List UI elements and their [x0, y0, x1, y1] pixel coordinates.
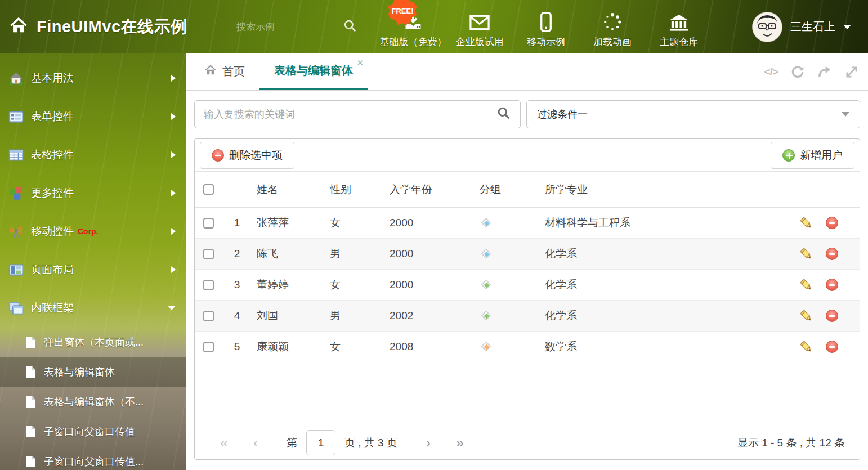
tab-grid-edit-window[interactable]: 表格与编辑窗体 ✕ — [259, 53, 368, 90]
edit-pencil-icon[interactable] — [799, 247, 813, 261]
delete-minus-icon[interactable] — [825, 308, 839, 323]
nav-theme-store[interactable]: 主题仓库 — [646, 5, 712, 48]
major-link[interactable]: 化学系 — [545, 279, 577, 290]
edit-pencil-icon[interactable] — [799, 308, 813, 323]
major-link[interactable]: 化学系 — [545, 248, 577, 259]
delete-minus-icon[interactable] — [825, 277, 839, 292]
keyword-search-input[interactable]: 输入要搜索的关键词 — [194, 100, 521, 128]
chevron-right-icon — [171, 190, 176, 196]
tag-icon — [480, 278, 493, 292]
sidebar-subitem-popup-window[interactable]: 弹出窗体（本页面或... — [0, 327, 186, 357]
search-icon[interactable] — [496, 106, 511, 123]
sidebar: 基本用法 表单控件 表格控件 更多控件 — [0, 53, 186, 470]
share-icon[interactable] — [817, 65, 832, 79]
tag-icon — [480, 247, 493, 261]
chevron-right-icon — [171, 113, 176, 120]
search-icon[interactable] — [343, 19, 357, 35]
grid-empty-area — [195, 362, 860, 426]
pagination-bar: « ‹ 第 页 , 共 3 页 › » 显示 1 - 5 条 , 共 12 条 — [195, 426, 860, 459]
chevron-right-icon — [171, 75, 176, 82]
add-user-button[interactable]: 新增用户 — [771, 142, 854, 169]
nav-mobile-demo[interactable]: 移动示例 — [513, 5, 579, 48]
nav-loading-animation[interactable]: 加载动画 — [579, 5, 646, 48]
page-number-input[interactable] — [306, 430, 335, 455]
sidebar-subitem-grid-edit-window[interactable]: 表格与编辑窗体 — [0, 357, 186, 387]
cell-name: 康颖颖 — [250, 339, 323, 354]
cell-gender: 男 — [323, 308, 383, 323]
sidebar-item-page-layout[interactable]: 页面布局 — [0, 250, 186, 289]
cell-gender: 女 — [323, 339, 383, 354]
edit-pencil-icon[interactable] — [799, 216, 813, 230]
sidebar-item-more-controls[interactable]: 更多控件 — [0, 174, 186, 212]
page: FineUIMvc在线示例 搜索示例 FREE! 基础版（免费） — [0, 0, 868, 470]
header-search-placeholder: 搜索示例 — [236, 20, 343, 33]
row-checkbox[interactable] — [203, 311, 214, 321]
major-link[interactable]: 数学系 — [545, 341, 577, 352]
major-link[interactable]: 材料科学与工程系 — [545, 217, 630, 229]
chevron-right-icon — [171, 228, 176, 235]
last-page-icon[interactable]: » — [444, 435, 476, 451]
cell-gender: 女 — [323, 216, 383, 230]
nav-enterprise-trial[interactable]: 企业版试用 — [446, 5, 513, 48]
col-name: 姓名 — [250, 182, 323, 197]
row-checkbox[interactable] — [203, 249, 214, 259]
sidebar-subitem-grid-edit-window-no[interactable]: 表格与编辑窗体（不... — [0, 387, 186, 417]
table-header: 姓名 性别 入学年份 分组 所学专业 — [195, 172, 860, 208]
minus-circle-icon — [212, 149, 224, 162]
sidebar-item-grid-controls[interactable]: 表格控件 — [0, 136, 186, 174]
cell-year: 2008 — [383, 341, 473, 353]
tab-bar: 首页 表格与编辑窗体 ✕ </> — [186, 53, 868, 91]
select-all-checkbox[interactable] — [203, 184, 214, 195]
delete-minus-icon[interactable] — [825, 216, 839, 230]
user-menu[interactable]: 三生石上 — [752, 0, 851, 53]
row-checkbox[interactable] — [203, 280, 214, 290]
sidebar-item-form-controls[interactable]: 表单控件 — [0, 97, 186, 136]
sidebar-item-iframe[interactable]: 内联框架 — [0, 289, 186, 327]
house-icon — [8, 71, 24, 86]
table-row: 5 康颖颖 女 2008 数学系 — [195, 332, 860, 362]
page-icon — [26, 426, 36, 438]
header-search[interactable]: 搜索示例 — [236, 19, 357, 35]
edit-pencil-icon[interactable] — [799, 339, 813, 354]
col-major: 所学专业 — [538, 182, 799, 197]
row-checkbox[interactable] — [203, 342, 214, 352]
first-page-icon[interactable]: « — [208, 435, 240, 451]
brand[interactable]: FineUIMvc在线示例 — [0, 16, 236, 38]
cell-name: 董婷婷 — [250, 277, 323, 292]
delete-minus-icon[interactable] — [825, 339, 839, 354]
expand-icon[interactable] — [844, 65, 859, 79]
sidebar-item-basic-usage[interactable]: 基本用法 — [0, 59, 186, 97]
row-number: 4 — [224, 310, 250, 322]
layout-icon — [8, 262, 24, 277]
sidebar-subitem-child-to-parent[interactable]: 子窗口向父窗口传值 — [0, 417, 186, 446]
sidebar-subitem-child-to-parent-2[interactable]: 子窗口向父窗口传值... — [0, 446, 186, 470]
page-icon — [26, 455, 36, 468]
next-page-icon[interactable]: › — [413, 435, 444, 451]
page-icon — [26, 336, 36, 348]
page-prefix: 第 — [287, 436, 297, 450]
prev-page-icon[interactable]: ‹ — [240, 435, 271, 451]
record-summary: 显示 1 - 5 条 , 共 12 条 — [737, 436, 845, 450]
major-link[interactable]: 化学系 — [545, 310, 577, 321]
chevron-down-icon — [842, 112, 849, 117]
wireless-icon — [8, 224, 24, 239]
table-body: 1 张萍萍 女 2000 材料科学与工程系 — [195, 208, 860, 362]
close-icon[interactable]: ✕ — [356, 59, 364, 67]
delete-minus-icon[interactable] — [825, 247, 839, 261]
plus-circle-icon — [782, 149, 795, 162]
divider — [276, 432, 276, 454]
filter-dropdown[interactable]: 过滤条件一 — [526, 100, 860, 128]
chevron-down-icon — [168, 306, 176, 310]
tab-home[interactable]: 首页 — [189, 53, 259, 90]
refresh-icon[interactable] — [790, 65, 805, 79]
code-icon[interactable]: </> — [764, 66, 778, 78]
row-number: 3 — [224, 279, 250, 291]
sidebar-item-mobile-controls[interactable]: 移动控件 Corp. — [0, 212, 186, 250]
divider — [408, 432, 408, 454]
page-suffix: 页 , 共 3 页 — [344, 436, 397, 450]
edit-pencil-icon[interactable] — [799, 277, 813, 292]
row-number: 5 — [224, 341, 250, 353]
mail-icon — [469, 12, 490, 32]
delete-selected-button[interactable]: 删除选中项 — [200, 142, 294, 169]
row-checkbox[interactable] — [203, 218, 214, 229]
